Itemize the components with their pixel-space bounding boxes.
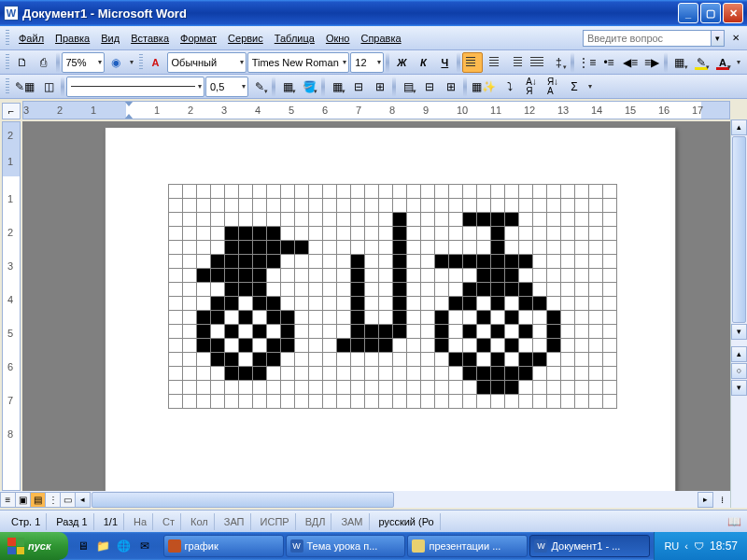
outline-view-button[interactable]: ⋮ <box>45 492 61 508</box>
merge-cells-button[interactable]: ⊟ <box>348 77 369 97</box>
fontsize-combo[interactable]: 12▾ <box>350 52 384 73</box>
font-combo[interactable]: Times New Roman▾ <box>247 52 350 73</box>
line-style-combo[interactable]: ▾ <box>66 77 204 97</box>
style-aa-icon[interactable]: A <box>146 52 166 73</box>
scroll-right-button[interactable]: ▸ <box>698 492 713 508</box>
print-button[interactable]: ⎙ <box>34 52 54 73</box>
close-button[interactable]: ✕ <box>723 3 743 23</box>
italic-button[interactable]: К <box>413 52 433 73</box>
split-cells-button[interactable]: ⊞ <box>370 77 390 97</box>
help-button[interactable]: ◉ <box>106 52 126 73</box>
ql-app-2[interactable]: 🌐 <box>115 536 134 556</box>
status-spellcheck-icon[interactable]: 📖 <box>727 515 741 528</box>
task-document1[interactable]: WДокумент1 - ... <box>529 535 650 557</box>
task-grafik[interactable]: график <box>163 535 284 557</box>
help-search-dropdown[interactable]: ▾ <box>712 30 725 47</box>
document-page[interactable] <box>105 127 676 491</box>
highlight-button[interactable]: ✎▾ <box>691 52 712 73</box>
status-language[interactable]: русский (Ро <box>374 513 441 530</box>
help-search-input[interactable] <box>583 30 712 47</box>
align-cell-button[interactable]: ▤▾ <box>398 77 418 97</box>
ql-app-3[interactable]: ✉ <box>135 536 154 556</box>
draw-table-button[interactable]: ✎▦ <box>12 77 37 97</box>
menu-edit[interactable]: Правка <box>49 31 95 46</box>
start-button[interactable]: пуск <box>0 532 68 560</box>
menu-window[interactable]: Окно <box>320 31 356 46</box>
toolbar-overflow[interactable] <box>127 52 136 73</box>
status-ovr[interactable]: ЗАМ <box>335 513 369 530</box>
underline-button[interactable]: Ч <box>434 52 455 73</box>
eraser-button[interactable]: ◫ <box>38 77 59 97</box>
menu-tools[interactable]: Сервис <box>222 31 269 46</box>
hscroll-resizer[interactable]: ⁞ <box>713 495 730 505</box>
hscroll-track[interactable] <box>92 492 697 508</box>
outdent-button[interactable]: ◀≡ <box>620 52 641 73</box>
task-presentations[interactable]: презентации ... <box>407 535 528 557</box>
text-direction-button[interactable]: ⤵ <box>500 77 520 97</box>
autoformat-button[interactable]: ▦✨ <box>469 77 499 97</box>
browse-prev-button[interactable]: ▴ <box>731 346 747 362</box>
vertical-scrollbar[interactable]: ▴ ▾ ▴ ○ ▾ <box>730 119 747 508</box>
menu-format[interactable]: Формат <box>175 31 222 46</box>
ql-app-1[interactable]: 📁 <box>94 536 113 556</box>
menu-insert[interactable]: Вставка <box>125 31 175 46</box>
scroll-left-button[interactable]: ◂ <box>75 492 91 508</box>
menu-help[interactable]: Справка <box>355 31 406 46</box>
bold-button[interactable]: Ж <box>391 52 412 73</box>
tray-clock[interactable]: 18:57 <box>710 539 738 553</box>
status-ext[interactable]: ВДЛ <box>300 513 332 530</box>
scroll-thumb[interactable] <box>732 136 746 323</box>
numbering-button[interactable]: ⋮≡ <box>576 52 598 73</box>
normal-view-button[interactable]: ≡ <box>0 492 16 508</box>
align-justify-button[interactable] <box>527 52 547 73</box>
ql-show-desktop[interactable]: 🖥 <box>74 536 92 556</box>
minimize-button[interactable]: _ <box>678 3 698 23</box>
browse-next-button[interactable]: ▾ <box>731 380 747 396</box>
task-tema-uroka[interactable]: WТема урока п... <box>286 535 406 557</box>
zoom-combo[interactable]: 75%▾ <box>62 52 106 73</box>
maximize-button[interactable]: ▢ <box>700 3 721 23</box>
indent-button[interactable]: ≡▶ <box>641 52 662 73</box>
tray-expand-icon[interactable]: ‹ <box>684 540 688 552</box>
autosum-button[interactable]: Σ <box>564 77 585 97</box>
toolbar-overflow[interactable] <box>734 52 743 73</box>
fill-color-button[interactable]: 🪣▾ <box>299 77 319 97</box>
scroll-down-button[interactable]: ▾ <box>731 324 747 340</box>
tray-icon-1[interactable]: 🛡 <box>694 540 704 552</box>
sort-asc-button[interactable]: А↓Я <box>521 77 542 97</box>
distribute-cols-button[interactable]: ⊞ <box>441 77 461 97</box>
tab-selector[interactable]: ⌐ <box>2 103 21 119</box>
menu-view[interactable]: Вид <box>95 31 125 46</box>
browse-object-button[interactable]: ○ <box>731 363 747 379</box>
menu-file[interactable]: Файл <box>13 31 49 46</box>
horizontal-ruler[interactable]: 3211234567891011121314151617 <box>22 101 730 119</box>
web-view-button[interactable]: ▣ <box>15 492 31 508</box>
hscroll-thumb[interactable] <box>92 492 394 508</box>
reading-view-button[interactable]: ▭ <box>60 492 76 508</box>
bullets-button[interactable]: •≡ <box>599 52 619 73</box>
pen-color-button[interactable]: ✎▾ <box>249 77 270 97</box>
insert-table-button[interactable]: ▦▾ <box>327 77 347 97</box>
borders-button[interactable]: ▦▾ <box>669 52 690 73</box>
scroll-up-button[interactable]: ▴ <box>731 119 747 135</box>
toolbar-grip[interactable] <box>6 78 9 95</box>
line-spacing-button[interactable]: ‡▾ <box>548 52 569 73</box>
line-weight-combo[interactable]: 0,5▾ <box>205 77 248 97</box>
align-right-button[interactable] <box>505 52 526 73</box>
sort-desc-button[interactable]: Я↓А <box>543 77 563 97</box>
new-doc-button[interactable]: 🗋 <box>12 52 33 73</box>
align-center-button[interactable] <box>484 52 504 73</box>
font-color-button[interactable]: A▾ <box>712 52 733 73</box>
toolbar-overflow[interactable] <box>585 77 595 97</box>
style-combo[interactable]: Обычный▾ <box>167 52 247 73</box>
print-view-button[interactable]: ▤ <box>30 492 46 508</box>
status-rec[interactable]: ЗАП <box>218 513 251 530</box>
toolbar-grip[interactable] <box>6 30 9 47</box>
doc-close-button[interactable]: ✕ <box>730 33 741 44</box>
toolbar-grip[interactable] <box>6 54 9 71</box>
tray-lang[interactable]: RU <box>664 540 679 552</box>
vertical-ruler[interactable]: 2112345678 <box>2 121 21 491</box>
toolbar-grip[interactable] <box>139 54 143 71</box>
align-left-button[interactable] <box>462 52 483 73</box>
status-trk[interactable]: ИСПР <box>255 513 296 530</box>
